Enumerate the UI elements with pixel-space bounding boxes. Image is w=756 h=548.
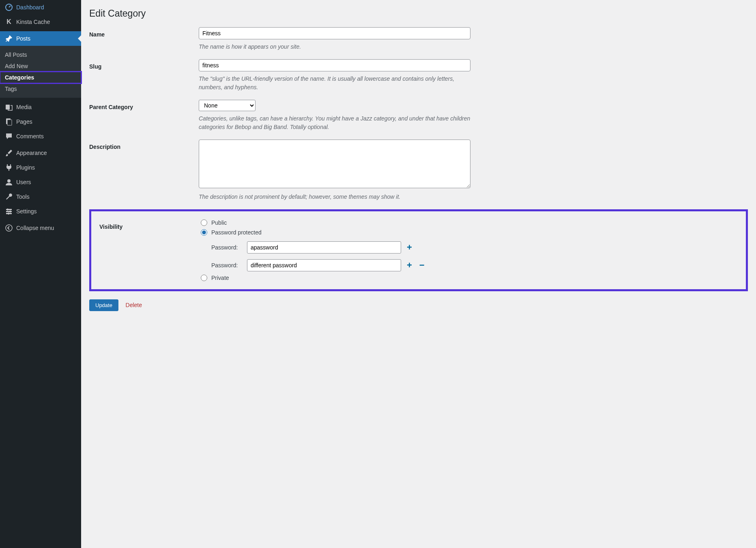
media-icon — [5, 103, 13, 111]
sidebar-item-plugins[interactable]: Plugins — [0, 160, 81, 175]
svg-rect-5 — [6, 209, 12, 210]
visibility-section: Visibility Public Password protected Pas… — [89, 209, 748, 291]
wrench-icon — [5, 193, 13, 201]
sidebar-item-label: Kinsta Cache — [16, 19, 50, 25]
parent-select[interactable]: None — [199, 100, 256, 111]
visibility-protected-label: Password protected — [211, 229, 262, 236]
submenu-item-tags[interactable]: Tags — [0, 83, 81, 95]
slug-input[interactable] — [199, 59, 470, 71]
svg-rect-1 — [6, 105, 10, 110]
visibility-private-label: Private — [211, 275, 229, 281]
posts-submenu: All Posts Add New Categories Tags — [0, 46, 81, 98]
sidebar-item-label: Comments — [16, 133, 44, 140]
sidebar-item-label: Pages — [16, 118, 32, 125]
main-content: Edit Category Name The name is how it ap… — [81, 0, 756, 548]
sidebar-item-label: Posts — [16, 35, 30, 42]
password-row-2: Password: + − — [211, 259, 472, 271]
name-description: The name is how it appears on your site. — [199, 43, 470, 51]
sidebar-item-tools[interactable]: Tools — [0, 189, 81, 204]
user-icon — [5, 178, 13, 186]
svg-rect-3 — [7, 120, 12, 125]
sidebar-item-label: Media — [16, 104, 32, 110]
sidebar-item-label: Collapse menu — [16, 225, 54, 231]
k-icon: K — [5, 18, 13, 26]
parent-description: Categories, unlike tags, can have a hier… — [199, 114, 470, 131]
sidebar-item-dashboard[interactable]: Dashboard — [0, 0, 81, 15]
add-password-icon[interactable]: + — [405, 242, 414, 253]
sidebar-item-label: Settings — [16, 208, 37, 215]
sidebar-item-label: Dashboard — [16, 4, 44, 11]
password-row-1: Password: + — [211, 241, 472, 254]
svg-rect-9 — [10, 211, 11, 213]
dashboard-icon — [5, 3, 13, 11]
submenu-item-all-posts[interactable]: All Posts — [0, 49, 81, 60]
sidebar-item-label: Plugins — [16, 164, 35, 171]
description-textarea[interactable] — [199, 140, 470, 188]
sidebar-item-users[interactable]: Users — [0, 175, 81, 189]
brush-icon — [5, 149, 13, 157]
svg-rect-6 — [6, 211, 12, 212]
password-input-2[interactable] — [247, 259, 401, 271]
sidebar-item-posts[interactable]: Posts — [0, 31, 81, 46]
pin-icon — [5, 34, 13, 43]
sidebar-item-comments[interactable]: Comments — [0, 129, 81, 144]
settings-icon — [5, 207, 13, 215]
slug-description: The "slug" is the URL-friendly version o… — [199, 75, 470, 92]
svg-point-4 — [7, 179, 11, 183]
sidebar-item-label: Users — [16, 179, 31, 185]
sidebar-item-label: Tools — [16, 193, 30, 200]
sidebar-item-label: Appearance — [16, 150, 47, 156]
svg-rect-10 — [8, 213, 9, 215]
visibility-protected-radio[interactable] — [201, 229, 207, 236]
submenu-item-categories[interactable]: Categories — [0, 72, 81, 83]
visibility-private-option[interactable]: Private — [201, 275, 472, 281]
sidebar-item-settings[interactable]: Settings — [0, 204, 81, 219]
admin-sidebar: Dashboard K Kinsta Cache Posts All Posts… — [0, 0, 81, 548]
sidebar-item-appearance[interactable]: Appearance — [0, 146, 81, 160]
page-title: Edit Category — [89, 8, 748, 19]
password-label-1: Password: — [211, 244, 243, 251]
delete-link[interactable]: Delete — [126, 302, 142, 308]
name-input[interactable] — [199, 27, 470, 39]
password-label-2: Password: — [211, 262, 243, 269]
visibility-public-radio[interactable] — [201, 219, 207, 226]
description-desc: The description is not prominent by defa… — [199, 193, 470, 201]
visibility-protected-option[interactable]: Password protected — [201, 229, 472, 236]
svg-rect-8 — [7, 208, 8, 211]
comments-icon — [5, 132, 13, 140]
remove-password-icon[interactable]: − — [418, 260, 426, 271]
visibility-label: Visibility — [99, 219, 201, 281]
description-label: Description — [89, 140, 199, 201]
collapse-icon — [5, 224, 13, 232]
add-password-icon[interactable]: + — [405, 260, 414, 271]
pages-icon — [5, 118, 13, 126]
slug-label: Slug — [89, 59, 199, 92]
svg-point-11 — [6, 225, 12, 231]
password-input-1[interactable] — [247, 241, 401, 254]
sidebar-item-collapse[interactable]: Collapse menu — [0, 221, 81, 235]
plug-icon — [5, 163, 13, 172]
visibility-private-radio[interactable] — [201, 275, 207, 281]
sidebar-item-pages[interactable]: Pages — [0, 114, 81, 129]
sidebar-item-media[interactable]: Media — [0, 100, 81, 114]
name-label: Name — [89, 27, 199, 51]
sidebar-item-kinsta-cache[interactable]: K Kinsta Cache — [0, 15, 81, 29]
form-actions: Update Delete — [89, 299, 748, 311]
visibility-public-option[interactable]: Public — [201, 219, 472, 226]
visibility-public-label: Public — [211, 219, 227, 226]
submenu-item-add-new[interactable]: Add New — [0, 60, 81, 72]
update-button[interactable]: Update — [89, 299, 118, 311]
parent-label: Parent Category — [89, 100, 199, 131]
